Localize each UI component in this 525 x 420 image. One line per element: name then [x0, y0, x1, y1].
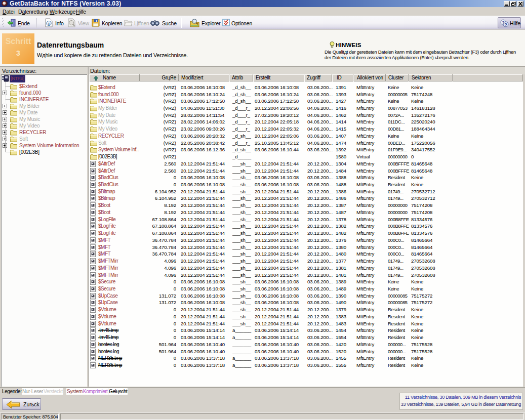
svg-text:?: ?	[504, 22, 507, 27]
